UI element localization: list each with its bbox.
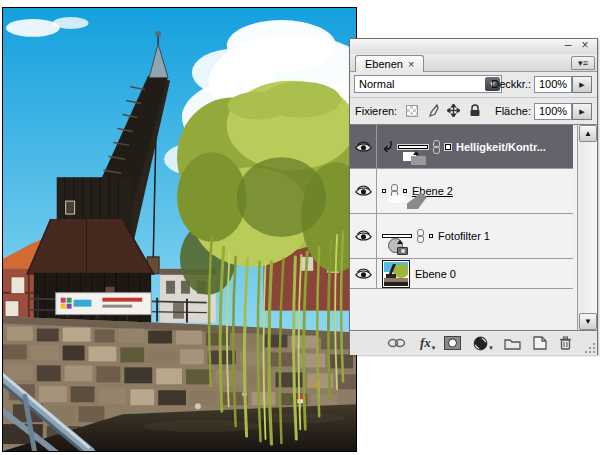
layer-mask-thumbnail[interactable]	[445, 144, 451, 150]
tab-ebenen[interactable]: Ebenen×	[355, 55, 424, 72]
adjustment-thumbnail-photo-filter[interactable]	[382, 234, 412, 238]
layer-row-fotofilter-1[interactable]: Fotofilter 1	[350, 214, 573, 259]
visibility-toggle[interactable]	[350, 214, 377, 258]
layer-list-scrollbar[interactable]: ▲ ▼	[577, 125, 597, 330]
mask-link-icon[interactable]	[433, 140, 440, 154]
lock-all-padlock-icon[interactable]	[467, 103, 482, 118]
lock-position-move-icon[interactable]	[446, 103, 461, 118]
add-layer-mask-icon[interactable]	[444, 334, 461, 352]
layer-list: Helligkeit/Kontr...	[350, 124, 597, 331]
eye-icon	[355, 268, 372, 280]
panel-menu-icon[interactable]: ▾≡	[571, 56, 595, 70]
photo-scene	[3, 8, 356, 451]
new-group-folder-icon[interactable]	[504, 334, 521, 352]
layer-mask-thumbnail[interactable]	[429, 234, 433, 238]
delete-layer-trash-icon[interactable]	[559, 334, 572, 352]
link-layers-icon[interactable]	[387, 334, 407, 352]
resize-grip[interactable]	[583, 341, 595, 353]
blend-mode-value: Normal	[355, 78, 485, 90]
mini-photo	[384, 262, 408, 286]
scroll-up-button[interactable]: ▲	[579, 125, 597, 142]
panel-footer-bar: fx▾ ▾	[350, 331, 597, 355]
fill-slider-button[interactable]: ▶	[572, 103, 592, 120]
layer-name[interactable]: Helligkeit/Kontr...	[456, 141, 546, 153]
layer-thumbnail-sky[interactable]	[382, 189, 386, 193]
visibility-toggle[interactable]	[350, 125, 377, 168]
eye-icon	[355, 185, 372, 197]
minimize-button[interactable]: –	[561, 39, 575, 53]
layer-style-fx-icon[interactable]: fx▾	[420, 334, 435, 352]
layer-name[interactable]: Fotofilter 1	[438, 230, 490, 242]
opacity-label: Deckkr.:	[478, 78, 531, 90]
eye-icon	[355, 141, 372, 153]
opacity-input[interactable]: 100%	[534, 76, 572, 93]
adjustment-thumbnail-brightness-contrast[interactable]	[398, 145, 428, 149]
panel-tab-bar: Ebenen× ▾≡	[350, 54, 597, 72]
new-adjustment-layer-icon[interactable]: ▾	[473, 334, 493, 352]
lock-transparency-icon[interactable]	[404, 103, 419, 118]
photo-canvas	[2, 7, 357, 452]
layer-mask-thumbnail[interactable]	[403, 189, 407, 193]
visibility-toggle[interactable]	[350, 259, 377, 288]
layers-panel: – × Ebenen× ▾≡ Normal ▾ Deckkr.: 100% ▶ …	[349, 38, 598, 355]
panel-controls: Normal ▾ Deckkr.: 100% ▶ Fixieren:	[350, 72, 597, 124]
close-button[interactable]: ×	[578, 39, 592, 53]
lock-row: Fixieren:	[350, 97, 597, 124]
fill-label: Fläche:	[485, 105, 531, 117]
visibility-toggle[interactable]	[350, 169, 377, 213]
clipping-mask-arrow-icon	[383, 140, 393, 153]
scroll-down-button[interactable]: ▼	[579, 313, 597, 330]
mask-link-icon[interactable]	[417, 229, 424, 243]
opacity-slider-button[interactable]: ▶	[572, 76, 592, 93]
layer-row-ebene-0[interactable]: Ebene 0	[350, 259, 573, 289]
lock-label: Fixieren:	[355, 105, 403, 117]
lock-pixels-brush-icon[interactable]	[425, 103, 440, 118]
fill-input[interactable]: 100%	[534, 103, 572, 120]
tab-label: Ebenen	[365, 58, 403, 70]
new-layer-icon[interactable]	[533, 334, 547, 352]
screenshot-stage: – × Ebenen× ▾≡ Normal ▾ Deckkr.: 100% ▶ …	[0, 0, 600, 455]
eye-icon	[355, 230, 372, 242]
tab-close-icon[interactable]: ×	[408, 58, 414, 70]
panel-titlebar: – ×	[350, 39, 597, 55]
layer-thumbnail-photo[interactable]	[382, 260, 410, 288]
layer-row-ebene-2[interactable]: Ebene 2	[350, 169, 573, 214]
layer-row-helligkeit-kontrast[interactable]: Helligkeit/Kontr...	[350, 125, 573, 169]
layer-name[interactable]: Ebene 0	[415, 268, 456, 280]
